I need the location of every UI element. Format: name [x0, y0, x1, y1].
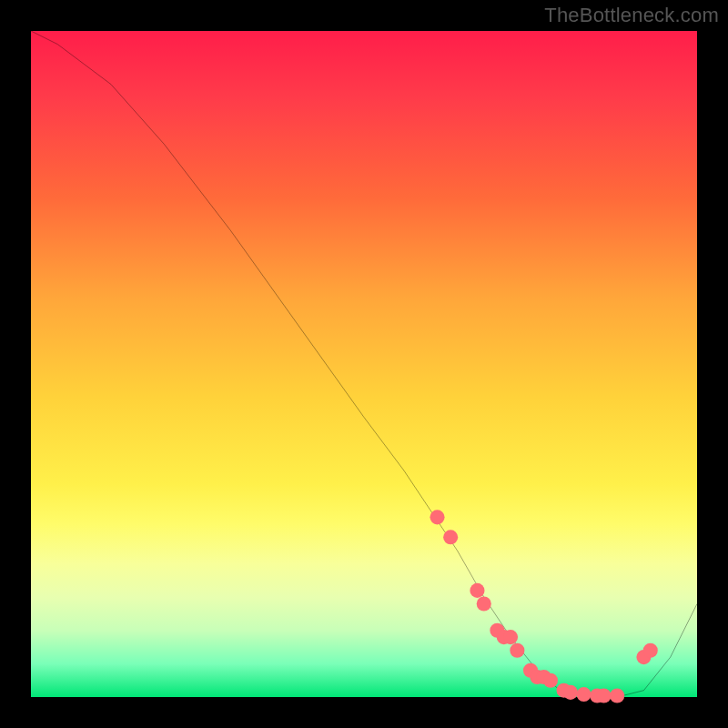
- chart-svg: [31, 31, 697, 697]
- highlight-dot: [563, 685, 578, 700]
- attribution-text: TheBottleneck.com: [544, 4, 719, 27]
- highlight-dot: [510, 643, 524, 658]
- highlight-dot: [430, 510, 444, 524]
- highlight-dot: [443, 530, 458, 544]
- highlight-dots: [430, 510, 657, 703]
- chart-frame: TheBottleneck.com: [0, 0, 728, 728]
- chart-plot-area: [31, 31, 697, 697]
- highlight-dot: [543, 673, 558, 688]
- main-curve: [31, 31, 697, 697]
- highlight-dot: [643, 643, 658, 658]
- highlight-dot: [596, 688, 611, 703]
- highlight-dot: [477, 596, 491, 611]
- highlight-dot: [610, 688, 624, 703]
- highlight-dot: [503, 630, 518, 644]
- highlight-dot: [470, 583, 484, 598]
- highlight-dot: [577, 687, 592, 702]
